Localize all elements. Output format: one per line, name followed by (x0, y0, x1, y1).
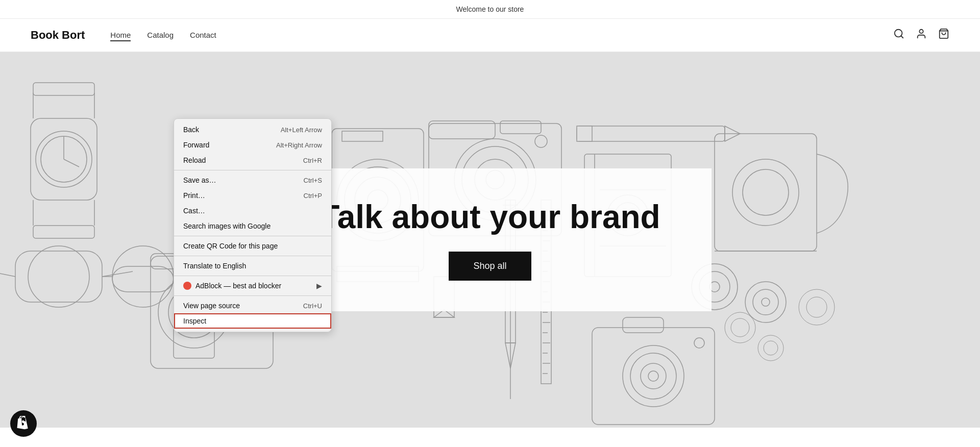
context-menu-qr-label: Create QR Code for this page (183, 242, 278, 250)
context-menu-view-source-label: View page source (183, 302, 240, 310)
context-menu-search-images-label: Search images with Google (183, 222, 271, 230)
shopify-badge[interactable] (10, 410, 37, 437)
nav-link-home[interactable]: Home (110, 31, 131, 41)
announcement-text: Welcome to our store (456, 5, 524, 13)
context-menu-cast[interactable]: Cast… (174, 203, 331, 218)
context-menu-print-shortcut: Ctrl+P (304, 192, 322, 200)
shop-all-button[interactable]: Shop all (449, 252, 531, 281)
context-menu-search-images[interactable]: Search images with Google (174, 218, 331, 234)
context-menu-print[interactable]: Print… Ctrl+P (174, 188, 331, 203)
account-icon[interactable] (916, 28, 927, 42)
context-menu-translate[interactable]: Translate to English (174, 258, 331, 274)
context-menu-reload-shortcut: Ctrl+R (303, 157, 322, 164)
header-icons (893, 28, 949, 42)
context-menu: Back Alt+Left Arrow Forward Alt+Right Ar… (174, 118, 332, 332)
separator-5 (174, 295, 331, 296)
separator-3 (174, 256, 331, 256)
context-menu-cast-label: Cast… (183, 207, 205, 215)
context-menu-back[interactable]: Back Alt+Left Arrow (174, 122, 331, 137)
context-menu-overlay: Back Alt+Left Arrow Forward Alt+Right Ar… (174, 118, 332, 332)
context-menu-save-label: Save as… (183, 176, 216, 184)
nav-link-contact[interactable]: Contact (190, 31, 216, 39)
logo[interactable]: Book Bort (31, 29, 85, 42)
context-menu-adblock-label: AdBlock — best ad blocker (195, 282, 281, 290)
svg-point-2 (919, 30, 923, 33)
adblock-icon (183, 282, 191, 290)
context-menu-reload[interactable]: Reload Ctrl+R (174, 153, 331, 168)
context-menu-save[interactable]: Save as… Ctrl+S (174, 172, 331, 188)
separator-4 (174, 276, 331, 276)
context-menu-forward[interactable]: Forward Alt+Right Arrow (174, 137, 331, 153)
announcement-bar: Welcome to our store (0, 0, 980, 19)
context-menu-view-source[interactable]: View page source Ctrl+U (174, 298, 331, 313)
context-menu-save-shortcut: Ctrl+S (304, 177, 322, 184)
context-menu-inspect[interactable]: Inspect (174, 313, 331, 329)
nav-item-home[interactable]: Home (110, 31, 131, 40)
adblock-submenu-arrow: ▶ (316, 282, 322, 290)
header: Book Bort Home Catalog Contact (0, 19, 980, 52)
nav-item-catalog[interactable]: Catalog (147, 31, 174, 40)
hero-section: Talk about your brand Shop all Back Alt+… (0, 52, 980, 428)
context-menu-print-label: Print… (183, 191, 205, 200)
svg-rect-48 (577, 126, 592, 141)
context-menu-forward-label: Forward (183, 141, 209, 149)
context-menu-adblock[interactable]: AdBlock — best ad blocker ▶ (174, 278, 331, 293)
context-menu-back-shortcut: Alt+Left Arrow (281, 126, 322, 134)
search-icon[interactable] (893, 28, 904, 42)
context-menu-reload-label: Reload (183, 156, 206, 164)
context-menu-back-label: Back (183, 126, 199, 134)
nav-link-catalog[interactable]: Catalog (147, 31, 174, 39)
hero-content: Talk about your brand Shop all (268, 168, 711, 311)
context-menu-forward-shortcut: Alt+Right Arrow (276, 141, 322, 149)
nav-item-contact[interactable]: Contact (190, 31, 216, 40)
cart-icon[interactable] (938, 28, 949, 42)
separator-2 (174, 236, 331, 236)
context-menu-translate-label: Translate to English (183, 262, 246, 270)
separator-1 (174, 170, 331, 170)
main-nav: Home Catalog Contact (110, 31, 216, 40)
context-menu-qr[interactable]: Create QR Code for this page (174, 238, 331, 254)
svg-line-1 (901, 36, 903, 38)
context-menu-view-source-shortcut: Ctrl+U (303, 302, 322, 310)
context-menu-inspect-label: Inspect (183, 317, 206, 325)
hero-title: Talk about your brand (320, 199, 660, 235)
